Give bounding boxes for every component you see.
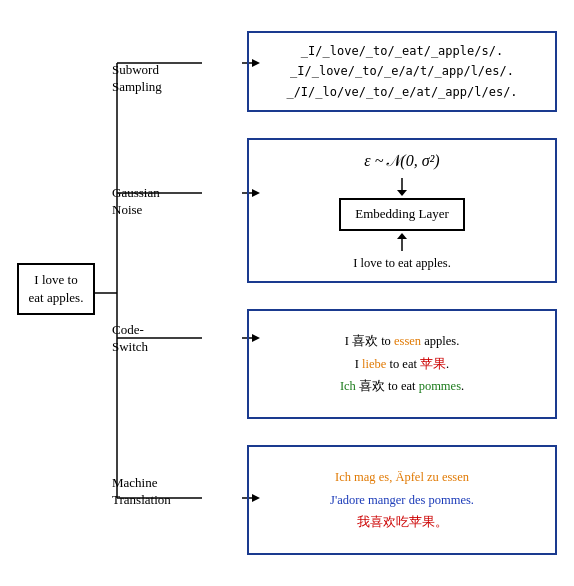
subword-line-1: _I/_love/_to/_eat/_apple/s/. xyxy=(301,41,503,61)
label-machine-translation: Machine Translation xyxy=(107,432,195,552)
gaussian-inner: ε ~ 𝒩(0, σ²) Embedding Layer xyxy=(259,148,545,272)
embedding-layer-box: Embedding Layer xyxy=(339,198,465,231)
code-switch-line-3: Ich 喜欢 to eat pommes. xyxy=(340,375,464,398)
svg-marker-15 xyxy=(397,190,407,196)
content-boxes: _I/_love/_to/_eat/_apple/s/. _I/_love/_t… xyxy=(247,8,557,578)
code-switch-line-2: I liebe to eat 苹果. xyxy=(355,353,449,376)
subword-line-3: _/I/_lo/ve/_to/_e/at/_app/l/es/. xyxy=(286,82,517,102)
label-code-switch: Code- Switch xyxy=(107,279,195,399)
mt-line-2: J'adore manger des pommes. xyxy=(330,489,474,512)
subword-sampling-box: _I/_love/_to/_eat/_apple/s/. _I/_love/_t… xyxy=(247,31,557,112)
subword-line-2: _I/_love/_to/_e/a/t/_app/l/es/. xyxy=(290,61,514,81)
up-arrow-icon xyxy=(392,233,412,251)
svg-marker-17 xyxy=(397,233,407,239)
machine-translation-box: Ich mag es, Äpfel zu essen J'adore mange… xyxy=(247,445,557,555)
code-switch-line-1: I 喜欢 to essen apples. xyxy=(345,330,460,353)
label-gaussian-noise: Gaussian Noise xyxy=(107,157,195,247)
down-arrow-icon xyxy=(392,178,412,196)
mt-line-1: Ich mag es, Äpfel zu essen xyxy=(335,466,469,489)
label-subword-sampling: Subword Sampling xyxy=(107,34,195,124)
epsilon-formula: ε ~ 𝒩(0, σ²) xyxy=(364,148,439,174)
input-box: I love to eat apples. xyxy=(17,263,95,315)
mt-line-3: 我喜欢吃苹果。 xyxy=(357,511,448,534)
gaussian-sentence: I love to eat apples. xyxy=(353,253,451,273)
code-switch-box: I 喜欢 to essen apples. I liebe to eat 苹果.… xyxy=(247,309,557,419)
gaussian-noise-box: ε ~ 𝒩(0, σ²) Embedding Layer xyxy=(247,138,557,282)
input-text: I love to eat apples. xyxy=(29,272,84,305)
